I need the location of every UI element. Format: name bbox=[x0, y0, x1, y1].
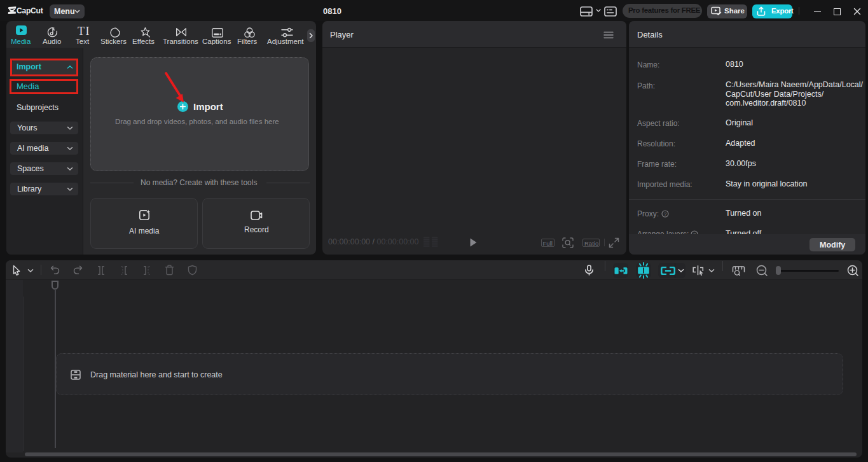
svg-text:?: ? bbox=[664, 211, 666, 217]
